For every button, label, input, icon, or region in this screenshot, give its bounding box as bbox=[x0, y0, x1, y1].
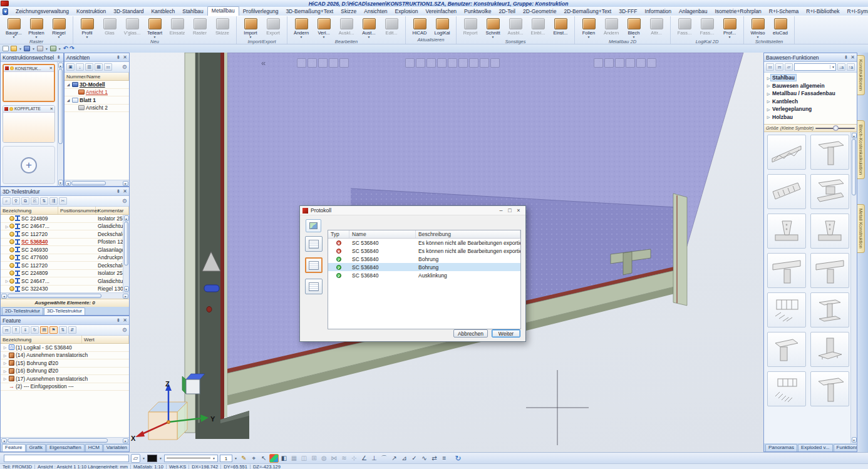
pin-icon[interactable]: ⇟ bbox=[116, 189, 121, 194]
tab-hcm[interactable]: HCM bbox=[85, 444, 103, 451]
viewport-tool-icon[interactable] bbox=[490, 58, 500, 68]
viewport-tool-icon[interactable] bbox=[329, 58, 338, 68]
pin-icon[interactable]: ⇟ bbox=[56, 55, 61, 60]
viewport-tool-icon[interactable] bbox=[480, 58, 489, 68]
ribbon-button-logikal[interactable]: LogiKal bbox=[431, 18, 453, 36]
viewport-tool-icon[interactable] bbox=[426, 58, 436, 68]
ribbon-button-import[interactable]: Import▼ bbox=[239, 18, 262, 38]
part-row-sc-112720[interactable]: SC 112720Deckschale 15 bbox=[1, 262, 123, 270]
viewport-tool-icon[interactable] bbox=[339, 58, 349, 68]
menu-tab-stahlbau[interactable]: Stahlbau bbox=[178, 8, 207, 16]
part-row-sc-536840[interactable]: SC 536840Pfosten 125 bbox=[1, 239, 123, 247]
viewport-tool-icon[interactable] bbox=[604, 58, 614, 68]
feature-row[interactable]: ▷(16) Bohrung Ø20 bbox=[1, 368, 129, 376]
sort-1-icon[interactable]: ⇅ bbox=[59, 326, 67, 334]
column-wert[interactable]: Wert bbox=[82, 336, 129, 343]
column-typ[interactable]: Typ bbox=[328, 230, 349, 238]
perpendicular-icon[interactable]: ⊥ bbox=[369, 454, 379, 463]
clip-box-icon[interactable]: ◧ bbox=[279, 454, 289, 463]
minimize-icon[interactable]: – bbox=[497, 207, 505, 214]
viewport-tool-icon[interactable] bbox=[297, 58, 306, 68]
close-icon[interactable]: ✕ bbox=[123, 55, 127, 60]
column-bezeichnung[interactable]: Bezeichnung bbox=[1, 207, 58, 214]
column-name[interactable]: Name bbox=[349, 230, 416, 238]
protocol-row[interactable]: ✓SC 536840Bohrung bbox=[328, 263, 520, 271]
catalog-item-column-head[interactable] bbox=[810, 135, 849, 170]
redo-icon[interactable]: ↷ bbox=[70, 46, 75, 51]
catalog-item-i-beam[interactable] bbox=[810, 292, 849, 327]
cylinder-marker[interactable] bbox=[204, 285, 219, 292]
import-view-icon[interactable]: ↓ bbox=[76, 63, 84, 71]
column-header[interactable]: Nummer/Name bbox=[65, 73, 129, 80]
menu-tab-r-i-schema[interactable]: R+I-Schema bbox=[765, 8, 802, 16]
catalog-item-corner-plate[interactable] bbox=[767, 332, 806, 367]
menu-tab-anlagenbau[interactable]: Anlagenbau bbox=[675, 8, 711, 16]
ribbon-button-einst[interactable]: Einst... bbox=[549, 18, 572, 36]
command-input[interactable] bbox=[4, 455, 129, 462]
feature-down-icon[interactable]: ⇓ bbox=[21, 326, 29, 334]
pin-icon[interactable]: ⇟ bbox=[116, 318, 121, 323]
tree-view-icon[interactable]: ⚏ bbox=[766, 63, 774, 71]
close-icon[interactable]: ✕ bbox=[123, 318, 127, 323]
viewport-tool-icon[interactable] bbox=[416, 58, 425, 68]
feature-row[interactable]: ▷{}(1) Logikal - SC 536840 bbox=[1, 344, 129, 352]
ribbon-button-hicad[interactable]: HiCAD bbox=[408, 18, 431, 36]
part-row-sc-24647[interactable]: ▷SC 24647...Glasdichtung 5 bbox=[1, 277, 123, 286]
viewport-tool-icon[interactable] bbox=[626, 58, 635, 68]
menu-tab-zeichnungsverwaltung[interactable]: Zeichnungsverwaltung bbox=[12, 8, 73, 16]
angle-icon[interactable]: ∠ bbox=[359, 454, 369, 463]
viewport-tool-icon[interactable] bbox=[615, 58, 624, 68]
menu-tab-3d-fff[interactable]: 3D-FFF bbox=[615, 8, 641, 16]
end-post[interactable] bbox=[673, 193, 687, 306]
part-row-sc-24647[interactable]: ▷SC 24647...Glasdichtung 5 bbox=[1, 223, 123, 231]
part-row-sc-224809[interactable]: SC 224809Isolator 25 bbox=[1, 215, 123, 223]
menu-tab-3d-standard[interactable]: 3D-Standard bbox=[110, 8, 147, 16]
protocol-table-view-button[interactable] bbox=[305, 257, 323, 273]
export-protocol-button[interactable] bbox=[306, 219, 321, 232]
column-positionsnummer[interactable]: Positionsnummer bbox=[58, 207, 96, 214]
copy-icon[interactable]: ⧉ bbox=[21, 197, 29, 205]
tree-item-ansicht-2[interactable]: Ansicht 2 bbox=[65, 105, 129, 113]
category-metallbau-fassadenbau[interactable]: ▷Metallbau / Fassadenbau bbox=[764, 90, 857, 98]
feature-row[interactable]: ▷(14) Ausnehmen translatorisch bbox=[1, 352, 129, 360]
save-icon[interactable] bbox=[24, 46, 30, 51]
protocol-summary-view-button[interactable] bbox=[305, 236, 323, 252]
viewport-tool-icon[interactable] bbox=[405, 58, 415, 68]
ribbon-button-baugr[interactable]: Baugr...▼ bbox=[3, 18, 25, 38]
pick-element-icon[interactable]: ↖ bbox=[259, 454, 269, 463]
column-kommentar[interactable]: Kommentar bbox=[96, 207, 129, 214]
catalog-item-truss[interactable] bbox=[767, 135, 806, 170]
close-icon[interactable]: ✕ bbox=[850, 55, 855, 60]
feature-up-icon[interactable]: ⇑ bbox=[12, 326, 20, 334]
edge-tab-metall-konstruktion[interactable]: Metall Konstruktion bbox=[857, 204, 865, 253]
protocol-row[interactable]: ✓SC 536840Bohrung bbox=[328, 255, 520, 263]
tree-item-blatt-1[interactable]: ◢Blatt 1 bbox=[65, 96, 129, 105]
tree-item-3d-modell[interactable]: ◢3D-Modell bbox=[65, 81, 129, 89]
feature-row[interactable]: →(2) --- Einfügeposition --- bbox=[1, 383, 129, 391]
vector-icon[interactable]: ↗ bbox=[390, 454, 399, 463]
menu-tab-konstruktion[interactable]: Konstruktion bbox=[73, 8, 110, 16]
print-icon[interactable] bbox=[37, 46, 43, 51]
view-tree-icon[interactable]: ⚏ bbox=[104, 63, 112, 71]
view-update-icon[interactable]: ▩ bbox=[95, 63, 103, 71]
tab-eigenschaften[interactable]: Eigenschaften bbox=[46, 444, 85, 451]
category-stahlbau[interactable]: ▷Stahlbau bbox=[764, 74, 857, 82]
protocol-row[interactable]: ✕SC 536840Es können nicht alle Bearbeitu… bbox=[328, 247, 520, 255]
catalog-item-beam-t-joint[interactable] bbox=[810, 253, 849, 288]
tab-funktions[interactable]: Funktions... bbox=[834, 444, 857, 451]
menu-tab-metallbau[interactable]: Metallbau bbox=[207, 6, 239, 16]
catalog-item-base-plate[interactable] bbox=[810, 332, 849, 367]
new-view-icon[interactable]: ▣ bbox=[66, 63, 75, 71]
shape-mode-icon[interactable]: ▱ bbox=[131, 454, 140, 463]
horizontal-scrollbar[interactable]: ◂▸ bbox=[1, 292, 129, 299]
ribbon-button-schnitt[interactable]: Schnitt▼ bbox=[482, 18, 504, 38]
part-row-sc-112720[interactable]: SC 112720Deckschale 15 bbox=[1, 230, 123, 239]
menu-tab-2d-geometrie[interactable]: 2D-Geometrie bbox=[519, 8, 560, 16]
protocol-detail-view-button[interactable] bbox=[305, 279, 323, 294]
catalog-item-gusset-column[interactable] bbox=[810, 214, 849, 249]
catalog-item-gusset-column[interactable] bbox=[767, 214, 806, 249]
check-icon[interactable]: ✓ bbox=[410, 454, 419, 463]
triangle-icon[interactable]: ⊿ bbox=[400, 454, 409, 463]
horizontal-scrollbar[interactable]: ◂▸ bbox=[1, 437, 129, 443]
viewport-tool-icon[interactable] bbox=[469, 58, 478, 68]
